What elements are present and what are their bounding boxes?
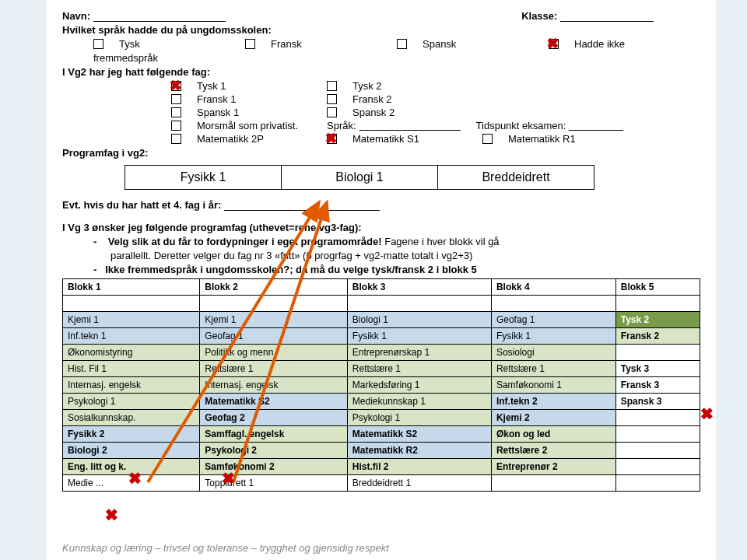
table-cell: Entreprenør 2 xyxy=(491,459,615,475)
table-cell: Matematikk S2 xyxy=(347,426,491,443)
blokk-header: Blokk 5 xyxy=(615,279,700,296)
table-cell: Biologi 2 xyxy=(63,443,200,459)
table-cell: Kjemi 1 xyxy=(200,312,347,328)
vg2-checkbox[interactable] xyxy=(327,81,337,91)
vg2-checkbox[interactable] xyxy=(171,94,181,104)
vg2-option: Matematikk 2P xyxy=(197,133,264,145)
table-cell: Biologi 1 xyxy=(347,312,491,328)
x-mark-icon: ✖ xyxy=(547,35,559,52)
table-cell xyxy=(615,426,700,443)
vg2-checkbox[interactable] xyxy=(171,134,181,144)
x-mark-icon: ✖ xyxy=(325,130,337,147)
class-blank[interactable] xyxy=(560,12,654,22)
table-cell: Matematikk R2 xyxy=(347,443,491,459)
table-cell: Økonomistyring xyxy=(63,345,200,361)
table-cell: Rettslære 1 xyxy=(347,361,491,377)
vg2-option: Spansk 2 xyxy=(352,107,395,118)
lang-checkbox-tysk[interactable] xyxy=(93,39,103,49)
form-page: Navn: Klasse: Hvilket språk hadde du på … xyxy=(47,0,716,560)
table-cell: Fransk 3 xyxy=(615,377,700,394)
vg2-checkbox[interactable] xyxy=(327,94,337,104)
vg2-label: I Vg2 har jeg hatt følgende fag: xyxy=(62,66,700,78)
vg2-checkbox[interactable]: ✖ xyxy=(327,134,337,144)
lang-suffix: fremmedspråk xyxy=(93,52,700,64)
blokk-table: Blokk 1 Blokk 2 Blokk 3 Blokk 4 Blokk 5 … xyxy=(62,278,700,492)
vg2-option: Morsmål som privatist. xyxy=(197,120,298,131)
table-cell: Hist. Fil 1 xyxy=(63,361,200,377)
table-cell: Kjemi 1 xyxy=(63,312,200,328)
table-cell: Psykologi 2 xyxy=(200,443,347,459)
vg2-option: Tysk 1 xyxy=(197,80,226,92)
table-cell: Tysk 2 xyxy=(615,312,700,328)
lang-checkbox-spansk[interactable] xyxy=(397,39,407,49)
table-cell: Spansk 3 xyxy=(615,394,700,410)
table-cell: Fysikk 1 xyxy=(347,328,491,345)
table-cell: Geofag 1 xyxy=(491,312,615,328)
blokk-header: Blokk 3 xyxy=(347,279,491,296)
table-cell: Matematikk S2 xyxy=(200,394,347,410)
table-cell xyxy=(615,345,700,361)
vg2-checkbox[interactable]: ✖ xyxy=(171,81,181,91)
lang-checkbox-fransk[interactable] xyxy=(245,39,255,49)
vg2-tidspunkt-label: Tidspunkt eksamen: xyxy=(476,120,566,131)
vg3-bullet: Fagene i hver blokk vil gå xyxy=(382,236,500,247)
table-cell: Sosiologi xyxy=(491,345,615,361)
vg3-bullet: parallellt. Deretter velger du fag nr 3 … xyxy=(110,250,700,261)
vg2-option: Fransk 2 xyxy=(352,93,392,105)
name-label: Navn: xyxy=(62,10,90,22)
x-mark-icon: ✖ xyxy=(170,77,181,94)
table-cell: Hist.fil 2 xyxy=(347,459,491,475)
vg2-checkbox[interactable] xyxy=(482,134,493,144)
x-mark-icon: ✖ xyxy=(222,469,235,488)
table-cell: Geofag 1 xyxy=(200,328,347,345)
vg2-option: Tysk 2 xyxy=(352,80,382,92)
lang-option: Fransk xyxy=(271,38,302,50)
blokk-header: Blokk 4 xyxy=(491,279,615,296)
table-cell: Inf.tekn 2 xyxy=(491,394,615,410)
vg2-checkbox[interactable] xyxy=(171,107,181,117)
table-cell: Markedsføring 1 xyxy=(347,377,491,394)
fag4-blank[interactable] xyxy=(224,201,380,211)
blokk-header: Blokk 2 xyxy=(200,279,347,296)
programfag-cell: Biologi 1 xyxy=(282,165,438,190)
table-cell: Samføkonomi 1 xyxy=(491,377,615,394)
lang-option: Tysk xyxy=(119,38,140,50)
tidspunkt-blank[interactable] xyxy=(569,121,623,131)
table-cell: Økon og led xyxy=(491,426,615,443)
x-mark-icon: ✖ xyxy=(700,404,714,423)
programfag-label: Programfag i vg2: xyxy=(62,147,700,159)
table-cell: Fysikk 1 xyxy=(491,328,615,345)
table-cell: Mediekunnskap 1 xyxy=(347,394,491,410)
lang-checkbox-none[interactable]: ✖ xyxy=(549,39,559,49)
table-cell: Tysk 3 xyxy=(615,361,700,377)
table-cell: Psykologi 1 xyxy=(63,394,200,410)
table-cell: Fransk 2 xyxy=(615,328,700,345)
table-cell: Politikk og menn xyxy=(200,345,347,361)
table-cell xyxy=(615,459,700,475)
vg2-checkbox[interactable] xyxy=(171,121,181,131)
lang-question: Hvilket språk hadde du på ungdomsskolen: xyxy=(62,24,700,36)
table-cell: Kjemi 2 xyxy=(491,410,615,426)
table-cell: Internasj. engelsk xyxy=(63,377,200,394)
table-cell xyxy=(615,475,700,492)
vg3-bullet: Ikke fremmedspråk i ungdomsskolen?; da m… xyxy=(105,264,477,275)
footer-text: Kunnskap og læring – trivsel og tolerans… xyxy=(62,542,389,554)
lang-option: Hadde ikke xyxy=(574,38,625,50)
table-cell: Breddeidrett 1 xyxy=(347,475,491,492)
programfag-cell: Fysikk 1 xyxy=(124,165,282,190)
sprak-blank[interactable] xyxy=(359,121,461,131)
table-cell: Rettslære 2 xyxy=(491,443,615,459)
vg2-option: Spansk 1 xyxy=(197,107,239,118)
table-cell: Internasj. engelsk xyxy=(200,377,347,394)
table-cell: Sosialkunnskap. xyxy=(63,410,200,426)
vg2-checkbox[interactable] xyxy=(327,107,337,117)
fag4-label: Evt. hvis du har hatt et 4. fag i år: xyxy=(62,199,221,211)
class-label: Klasse: xyxy=(521,10,557,22)
table-cell: Psykologi 1 xyxy=(347,410,491,426)
table-cell: Rettslære 1 xyxy=(200,361,347,377)
vg2-option: Matematikk S1 xyxy=(352,133,419,145)
table-cell xyxy=(491,475,615,492)
table-cell: Samffagl. engelsk xyxy=(200,426,347,443)
name-blank[interactable] xyxy=(93,12,226,22)
vg2-option: Matematikk R1 xyxy=(508,133,576,145)
